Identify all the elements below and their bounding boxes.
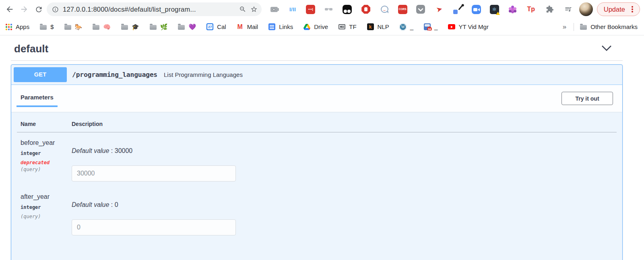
url-text: 127.0.0.1:8000/docs#/default/list_progra… bbox=[63, 6, 235, 13]
bookmark-item[interactable]: YT Vid Mgr bbox=[448, 23, 488, 31]
bookmark-item[interactable]: 🌿 bbox=[149, 23, 168, 31]
bookmark-item[interactable]: 27Cal bbox=[206, 23, 226, 31]
param-type: integer bbox=[21, 151, 68, 156]
react-devtools-icon[interactable]: ⚛ bbox=[490, 5, 499, 14]
reload-button[interactable] bbox=[31, 2, 46, 17]
folder-icon bbox=[121, 23, 128, 31]
back-button[interactable] bbox=[2, 2, 17, 17]
opblock-summary[interactable]: GET /programming_languages List Programm… bbox=[11, 65, 622, 85]
bookmarks-overflow-chevron[interactable]: » bbox=[561, 23, 568, 31]
update-label: Update bbox=[604, 6, 625, 13]
wayback-icon[interactable]: I/II bbox=[287, 4, 298, 14]
cors-icon[interactable]: CORS bbox=[398, 5, 407, 14]
bookmark-label: 🌿 bbox=[160, 23, 168, 31]
bookmark-star-icon[interactable] bbox=[250, 6, 258, 13]
screen-capture-icon[interactable] bbox=[269, 4, 279, 14]
tag-section-header[interactable]: default bbox=[0, 35, 644, 55]
bookmark-item[interactable]: 34_ bbox=[423, 23, 438, 31]
other-bookmarks-button[interactable]: Other Bookmarks bbox=[580, 23, 638, 31]
bookmark-label: Apps bbox=[16, 23, 29, 30]
site-info-icon[interactable] bbox=[52, 6, 59, 13]
default-value-label: Default value bbox=[72, 201, 109, 208]
stop-hand-icon[interactable] bbox=[361, 4, 371, 14]
zoom-video-icon[interactable] bbox=[471, 4, 482, 14]
badge-34-icon: 34 bbox=[423, 23, 431, 31]
other-bookmarks-label: Other Bookmarks bbox=[590, 23, 638, 30]
bookmark-label: 🐎 bbox=[75, 23, 83, 31]
share-arrow-icon[interactable]: ➤ bbox=[434, 4, 444, 14]
default-value-label: Default value bbox=[72, 147, 109, 154]
bookmarks-right-group: » Other Bookmarks bbox=[561, 23, 638, 31]
colorzilla-icon[interactable] bbox=[452, 4, 463, 14]
extensions-row: I/II•••|CORS➤⚛Tp bbox=[263, 4, 578, 14]
param-type: integer bbox=[21, 204, 68, 210]
bookmark-item[interactable]: 💜 bbox=[178, 23, 196, 31]
bookmarks-items: Apps$🐎🧠🎓🌿💜27CalMMailLinksDriveTFkNLPW_34… bbox=[5, 23, 561, 31]
bookmark-item[interactable]: 🎓 bbox=[121, 23, 139, 31]
endpoint-summary: List Programming Languages bbox=[164, 71, 243, 78]
default-value-separator: : bbox=[109, 147, 114, 154]
toucan-icon[interactable]: Tp bbox=[526, 4, 536, 14]
bookmark-item[interactable]: Links bbox=[268, 23, 293, 31]
param-location: (query) bbox=[21, 167, 68, 172]
bookmark-item[interactable]: $ bbox=[39, 23, 54, 31]
forward-button[interactable] bbox=[17, 2, 31, 17]
bookmark-item[interactable]: Drive bbox=[303, 23, 328, 31]
extensions-puzzle-icon[interactable] bbox=[545, 4, 555, 14]
parameters-table-container: Name Description before_year integer dep… bbox=[11, 112, 622, 252]
param-row-before-year: before_year integer deprecated (query) D… bbox=[17, 132, 617, 187]
param-row-after-year: after_year integer (query) Default value… bbox=[17, 186, 617, 240]
bookmark-item[interactable]: 🐎 bbox=[64, 23, 83, 31]
zoom-out-icon[interactable] bbox=[239, 6, 246, 13]
wordpress-icon: W bbox=[399, 23, 407, 31]
default-value-separator: : bbox=[109, 201, 114, 208]
bookmark-label: $ bbox=[50, 23, 54, 30]
tab-parameters[interactable]: Parameters bbox=[17, 94, 58, 107]
bookmark-item[interactable]: TF bbox=[338, 23, 356, 31]
forward-arrow-icon bbox=[20, 5, 29, 14]
tag-divider bbox=[11, 60, 623, 61]
name-column-header: Name bbox=[17, 121, 68, 132]
description-column-header: Description bbox=[68, 121, 617, 132]
bookmark-item[interactable]: Apps bbox=[5, 23, 29, 31]
param-value-input[interactable] bbox=[72, 165, 236, 182]
bookmark-label: Links bbox=[279, 23, 293, 30]
bookmark-label: 🧠 bbox=[103, 23, 111, 31]
bookmark-item[interactable]: kNLP bbox=[367, 23, 389, 31]
kebab-menu-icon[interactable] bbox=[632, 8, 633, 10]
tag-title: default bbox=[14, 43, 48, 55]
address-bar[interactable]: 127.0.0.1:8000/docs#/default/list_progra… bbox=[47, 2, 262, 16]
reload-icon bbox=[35, 5, 43, 14]
chat-bubble-icon[interactable] bbox=[379, 4, 390, 14]
tf-card-icon bbox=[338, 23, 346, 31]
playlist-music-icon[interactable] bbox=[563, 4, 574, 14]
folder-icon bbox=[92, 23, 100, 31]
bookmark-label: TF bbox=[349, 23, 356, 30]
try-it-out-button[interactable]: Try it out bbox=[561, 92, 613, 105]
folder-icon bbox=[178, 23, 185, 31]
kaggle-k-icon: k bbox=[367, 23, 374, 31]
bookmark-item[interactable]: W_ bbox=[399, 23, 413, 31]
bookmark-label: 💜 bbox=[188, 23, 196, 31]
endpoint-path: /programming_languages bbox=[72, 71, 157, 78]
collapse-chevron-icon[interactable] bbox=[601, 45, 612, 53]
default-value: 0 bbox=[115, 201, 118, 208]
parameters-table: Name Description before_year integer dep… bbox=[17, 121, 617, 240]
pocket-icon[interactable] bbox=[415, 4, 426, 14]
param-default-line: Default value : 30000 bbox=[72, 147, 617, 155]
bookmark-label: YT Vid Mgr bbox=[458, 23, 488, 30]
profile-avatar[interactable] bbox=[579, 2, 593, 16]
update-button[interactable]: Update bbox=[597, 2, 640, 16]
browser-toolbar: 127.0.0.1:8000/docs#/default/list_progra… bbox=[0, 0, 644, 19]
bookmark-item[interactable]: MMail bbox=[236, 23, 258, 31]
glasses-icon[interactable] bbox=[324, 4, 334, 14]
bookmark-item[interactable]: 🧠 bbox=[92, 23, 111, 31]
param-value-input[interactable] bbox=[72, 219, 236, 235]
folder-icon bbox=[39, 23, 47, 31]
bookmark-label: _ bbox=[434, 23, 438, 30]
lastpass-icon[interactable]: •••| bbox=[306, 5, 315, 14]
flower-icon[interactable] bbox=[507, 4, 518, 14]
dark-reader-icon[interactable] bbox=[342, 4, 353, 14]
browser-window: 127.0.0.1:8000/docs#/default/list_progra… bbox=[0, 0, 644, 260]
bookmark-label: Mail bbox=[247, 23, 258, 30]
